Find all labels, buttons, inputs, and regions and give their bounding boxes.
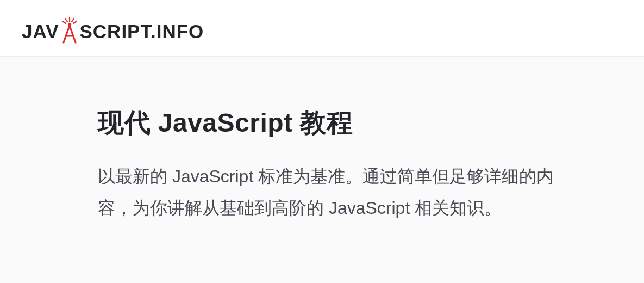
svg-line-4: [73, 21, 77, 23]
svg-line-2: [72, 19, 74, 22]
main-content: 现代 JavaScript 教程 以最新的 JavaScript 标准为基准。通…: [0, 57, 554, 224]
logo-text-suffix: SCRIPT.INFO: [80, 22, 204, 41]
logo-text-prefix: JAV: [22, 22, 59, 41]
tower-a-icon: [60, 16, 79, 44]
svg-line-7: [70, 26, 76, 42]
header: JAV SCRIPT.INFO: [0, 0, 644, 57]
svg-line-3: [62, 21, 66, 23]
page-description: 以最新的 JavaScript 标准为基准。通过简单但足够详细的内容，为你讲解从…: [98, 161, 554, 224]
svg-line-6: [64, 26, 70, 42]
svg-line-1: [65, 19, 67, 22]
page-title: 现代 JavaScript 教程: [98, 106, 554, 140]
site-logo[interactable]: JAV SCRIPT.INFO: [22, 11, 622, 41]
